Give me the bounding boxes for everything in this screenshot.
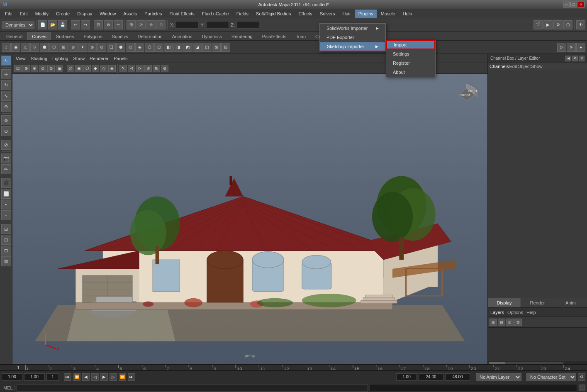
lasso-btn[interactable]: ⊗: [104, 20, 113, 29]
lasso-select-btn[interactable]: ⊘: [1, 140, 11, 150]
del-layer-btn[interactable]: ⊟: [498, 319, 505, 326]
tab-general[interactable]: General: [2, 32, 27, 40]
render-tab[interactable]: Render: [521, 298, 554, 307]
shelf-btn-20[interactable]: ◩: [183, 43, 192, 52]
tab-animation[interactable]: Animation: [168, 32, 197, 40]
shelf-btn-11[interactable]: ⊙: [97, 43, 106, 52]
vp-tb-4[interactable]: ⊙: [39, 65, 46, 72]
show-manip-btn[interactable]: ⊙: [1, 126, 11, 136]
menu-plugins[interactable]: Plugins: [355, 10, 377, 18]
undo-btn[interactable]: ↩: [71, 20, 80, 29]
tab-channels[interactable]: Channels: [490, 64, 509, 69]
new-scene-btn[interactable]: 📄: [38, 20, 47, 29]
options-tab[interactable]: Options: [507, 310, 523, 315]
snap-grid-btn[interactable]: ⊞: [127, 20, 136, 29]
menu-effects[interactable]: Effects: [295, 10, 315, 18]
shelf-anim-btn[interactable]: ▸: [576, 43, 585, 52]
vp-tb-10[interactable]: ◆: [92, 65, 99, 72]
shelf-btn-13[interactable]: ⬢: [116, 43, 125, 52]
tab-show[interactable]: Show: [531, 64, 543, 69]
vp-menu-shading[interactable]: Shading: [31, 56, 47, 61]
shelf-btn-1[interactable]: ⌂: [2, 43, 11, 52]
shelf-btn-22[interactable]: ◫: [202, 43, 211, 52]
menu-help[interactable]: Help: [399, 10, 416, 18]
close-button[interactable]: ✕: [578, 2, 585, 7]
current-time-1[interactable]: 1.00: [2, 373, 22, 381]
snap4-btn[interactable]: ⊠: [1, 256, 11, 266]
rp-close-btn[interactable]: ✕: [579, 56, 585, 61]
help-tab-layer[interactable]: Help: [526, 310, 536, 315]
vp-tb-18[interactable]: ⊛: [161, 65, 168, 72]
tab-curves[interactable]: Curves: [27, 32, 51, 40]
navigation-cube[interactable]: FRONT RIGHT: [454, 82, 479, 107]
move-tool-btn[interactable]: ✛: [1, 69, 11, 79]
vp-tb-13[interactable]: ↖: [119, 65, 127, 72]
show-hide-btn[interactable]: 👁: [576, 20, 585, 29]
vp-menu-lighting[interactable]: Lighting: [52, 56, 68, 61]
vp-tb-1[interactable]: ⊡: [14, 65, 22, 72]
vp-tb-7[interactable]: ◎: [67, 65, 74, 72]
play-back-btn[interactable]: ◁: [91, 373, 99, 381]
shelf-btn-8[interactable]: ⊕: [68, 43, 78, 52]
viewport[interactable]: View Shading Lighting Show Renderer Pane…: [12, 54, 487, 364]
snap-tool-btn[interactable]: ⊞: [1, 224, 11, 234]
menu-hair[interactable]: Hair: [339, 10, 354, 18]
shelf-btn-12[interactable]: ❑: [107, 43, 116, 52]
go-end-btn[interactable]: ⏭: [128, 373, 135, 381]
universal-manip-btn[interactable]: ⊕: [1, 102, 11, 112]
display-tab[interactable]: Display: [488, 298, 521, 307]
select-btn[interactable]: ⊡: [94, 20, 103, 29]
menu-fields[interactable]: Fields: [233, 10, 252, 18]
menu-particles[interactable]: Particles: [141, 10, 165, 18]
time-end-alt[interactable]: 48.00: [445, 373, 470, 381]
dynamics-dropdown[interactable]: Dynamics: [2, 21, 34, 29]
render-settings-btn[interactable]: ⚙: [553, 20, 563, 29]
mel-command-input[interactable]: [17, 384, 368, 392]
menu-fluid-ncache[interactable]: Fluid nCache: [199, 10, 232, 18]
render-btn[interactable]: 🎬: [533, 20, 543, 29]
tab-polygons[interactable]: Polygons: [79, 32, 107, 40]
menu-muscle[interactable]: Muscle: [378, 10, 399, 18]
shelf-btn-23[interactable]: ⊠: [212, 43, 221, 52]
rp-collapse-btn[interactable]: ◀: [565, 56, 571, 61]
shelf-btn-2[interactable]: ◉: [11, 43, 20, 52]
redo-btn[interactable]: ↪: [81, 20, 90, 29]
menu-soft-rigid[interactable]: Soft/Rigid Bodies: [253, 10, 294, 18]
z-coord-input[interactable]: [236, 21, 259, 29]
shelf-btn-14[interactable]: ◎: [126, 43, 135, 52]
vp-tb-9[interactable]: ⬡: [83, 65, 91, 72]
current-time-2[interactable]: 1.00: [24, 373, 45, 381]
shelf-btn-19[interactable]: ◨: [173, 43, 183, 52]
menu-solvers[interactable]: Solvers: [317, 10, 339, 18]
prev-key-btn[interactable]: ⏪: [73, 373, 80, 381]
layer2-btn[interactable]: ⬜: [1, 189, 11, 199]
shelf-btn-10[interactable]: ⊗: [88, 43, 97, 52]
layer3-btn[interactable]: ▪: [1, 200, 11, 209]
solidworks-importer-item[interactable]: SolidWorks Importer ▶: [320, 24, 385, 33]
tab-toon[interactable]: Toon: [291, 32, 310, 40]
shelf-btn-15[interactable]: ◈: [135, 43, 144, 52]
step-back-btn[interactable]: ◀: [82, 373, 90, 381]
vp-tb-5[interactable]: ⊘: [47, 65, 55, 72]
time-end[interactable]: 24.00: [419, 373, 443, 381]
layers-tab[interactable]: Layers: [490, 310, 504, 315]
shelf-btn-9[interactable]: ✦: [78, 43, 87, 52]
vp-menu-renderer[interactable]: Renderer: [90, 56, 109, 61]
next-key-btn[interactable]: ⏩: [119, 373, 126, 381]
snap-surf-btn[interactable]: ⊙: [156, 20, 166, 29]
vp-tb-2[interactable]: ⊕: [22, 65, 30, 72]
go-start-btn[interactable]: ⏮: [64, 373, 71, 381]
save-btn[interactable]: 💾: [58, 20, 67, 29]
shelf-btn-5[interactable]: ⬟: [40, 43, 49, 52]
vp-tb-16[interactable]: ⊴: [144, 65, 152, 72]
y-coord-input[interactable]: [206, 21, 229, 29]
tab-painteffects[interactable]: PaintEffects: [258, 32, 291, 40]
vp-tb-14[interactable]: ⊲: [128, 65, 135, 72]
layer-options-btn[interactable]: ⊡: [506, 319, 514, 326]
paint-select-btn[interactable]: ✏: [1, 164, 11, 174]
vp-menu-show[interactable]: Show: [73, 56, 85, 61]
vp-tb-3[interactable]: ⊗: [31, 65, 38, 72]
menu-fluid-effects[interactable]: Fluid Effects: [166, 10, 198, 18]
menu-edit[interactable]: Edit: [17, 10, 31, 18]
shelf-btn-7[interactable]: ⊞: [59, 43, 68, 52]
